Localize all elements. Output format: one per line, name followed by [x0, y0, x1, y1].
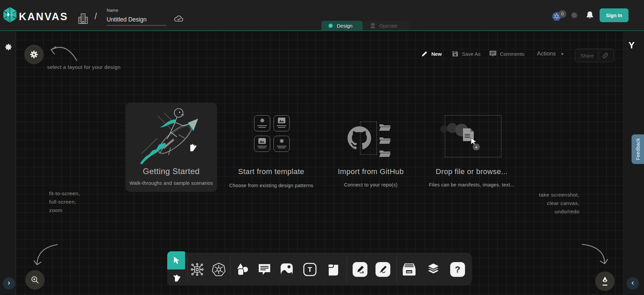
- y-brand-letter[interactable]: Y: [629, 40, 635, 51]
- text-tool[interactable]: T: [302, 262, 317, 277]
- note-icon: [327, 263, 340, 276]
- organization-icon[interactable]: [78, 13, 88, 24]
- layout-hint-arrow: [37, 37, 82, 64]
- toolbar-divider: [396, 256, 397, 282]
- app-window: KANVAS / Name: [0, 0, 644, 295]
- feedback-tab[interactable]: Feedback: [632, 134, 644, 164]
- kanvas-logo-icon[interactable]: [3, 7, 16, 23]
- select-tool[interactable]: [167, 251, 185, 269]
- design-name-input[interactable]: [107, 14, 167, 26]
- hand-icon: [172, 273, 181, 282]
- notifications-bell-icon[interactable]: [586, 11, 594, 20]
- share-divider: [599, 51, 599, 59]
- card-start-from-template[interactable]: Start from template Choose from existing…: [229, 108, 314, 192]
- kubernetes-helm-icon: [212, 262, 226, 277]
- text-tool-glyph: T: [308, 265, 312, 273]
- share-link-icon: [602, 52, 608, 58]
- note-tool[interactable]: [326, 262, 341, 277]
- drawer-icon: [402, 263, 416, 276]
- cloud-saved-icon: [174, 14, 184, 23]
- new-design-button[interactable]: New: [421, 50, 442, 57]
- github-octocat-icon: [348, 126, 371, 150]
- screenshot-hint-arrow: [576, 240, 613, 270]
- card-drop-file[interactable]: + Drop file or browse... Files can be ma…: [430, 113, 513, 192]
- credits-count-badge: 0: [559, 10, 566, 18]
- app-header: KANVAS / Name: [0, 0, 644, 30]
- comments-button[interactable]: Comments: [489, 50, 525, 57]
- card-getting-started[interactable]: Getting Started Walk-throughs and sample…: [126, 102, 217, 192]
- zoom-hint-text: fit-to-screen, full-screen, zoom: [49, 189, 80, 214]
- layers-tool[interactable]: [426, 262, 441, 277]
- template-tiles: [254, 115, 290, 152]
- template-tile-image: [254, 136, 270, 152]
- template-tile-image: [274, 115, 290, 131]
- card-subtitle: Walk-throughs and sample scenarios: [130, 180, 213, 186]
- hand-cursor-icon: [187, 141, 197, 153]
- card-title: Start from template: [238, 167, 305, 176]
- brand-wordmark: KANVAS: [19, 10, 68, 23]
- screenshot-hint-text: take screenshot, clear canvas, undo/redo: [518, 191, 579, 216]
- operate-headset-icon: [369, 22, 376, 29]
- save-as-label: Save As: [462, 51, 480, 57]
- sign-in-button[interactable]: Sign In: [600, 8, 629, 22]
- image-tool[interactable]: [279, 262, 294, 277]
- pencil-tool[interactable]: [375, 262, 390, 277]
- canvas-top-accent-line: [0, 30, 644, 31]
- tab-design[interactable]: Design: [321, 21, 363, 30]
- expand-left-panel-button[interactable]: ›: [3, 277, 15, 290]
- pen-path-icon: [356, 265, 364, 274]
- rocket-rider-illustration: [136, 104, 206, 168]
- layout-hint-text: select a layout for your design: [47, 63, 120, 71]
- comment-bubble-icon: [489, 50, 497, 57]
- chevron-left-icon: ‹: [632, 279, 634, 287]
- zoom-in-magnifier-icon: [31, 276, 39, 284]
- floppy-save-icon: [452, 50, 459, 57]
- layers-icon: [426, 262, 441, 277]
- pan-hand-tool[interactable]: [167, 269, 185, 286]
- zoom-hint-arrow: [30, 239, 64, 272]
- template-tile-spiral: [254, 115, 270, 131]
- settings-gear-icon[interactable]: [570, 11, 579, 19]
- pen-nib-icon: [601, 276, 609, 286]
- card-subtitle: Files can be manifests, images, text...: [429, 182, 514, 187]
- card-subtitle: Choose from existing design patterns: [229, 183, 313, 188]
- actions-label: Actions: [537, 50, 556, 57]
- left-rail: [0, 31, 16, 295]
- shapes-tool[interactable]: [235, 262, 250, 277]
- toolbar-divider: [187, 256, 188, 282]
- kubernetes-tool[interactable]: [211, 262, 226, 277]
- comments-label: Comments: [500, 51, 525, 57]
- breadcrumb-separator: /: [95, 11, 97, 21]
- card-title: Drop file or browse...: [436, 167, 508, 176]
- new-label: New: [431, 51, 442, 57]
- archive-tool[interactable]: [402, 262, 417, 277]
- chevron-right-icon: ›: [8, 279, 10, 287]
- design-spiral-icon: [327, 23, 334, 29]
- card-subtitle: Connect to your repo(s): [344, 182, 397, 187]
- card-import-github[interactable]: Import from GitHub Connect to your repo(…: [336, 113, 405, 192]
- tab-design-label: Design: [337, 23, 353, 29]
- toolbar-divider: [230, 256, 230, 282]
- share-button[interactable]: Share: [575, 49, 614, 62]
- comment-tool[interactable]: [257, 262, 272, 277]
- save-as-button[interactable]: Save As: [452, 50, 480, 57]
- pencil-new-icon: [421, 50, 428, 57]
- zoom-controls-button[interactable]: [25, 270, 45, 290]
- toolbar-divider: [347, 256, 347, 282]
- canvas-actions-button[interactable]: [595, 271, 615, 291]
- help-glyph: ?: [455, 264, 460, 275]
- pen-tool[interactable]: [353, 262, 367, 277]
- fade-dot-small: [440, 125, 448, 133]
- tab-operate[interactable]: Operate: [363, 21, 409, 30]
- image-icon: [280, 263, 293, 276]
- actions-dropdown[interactable]: Actions ▾: [537, 50, 563, 57]
- help-tool[interactable]: ?: [450, 262, 465, 277]
- comment-lines-icon: [258, 263, 271, 276]
- pencil-scribble-icon: [379, 265, 387, 274]
- meshery-spiral-icon[interactable]: [4, 43, 13, 51]
- circuit-node-icon: [190, 263, 204, 276]
- collapse-right-panel-button[interactable]: ‹: [627, 277, 639, 290]
- card-title: Import from GitHub: [338, 167, 404, 176]
- connections-tool[interactable]: [190, 262, 205, 277]
- design-name-label: Name: [107, 8, 118, 13]
